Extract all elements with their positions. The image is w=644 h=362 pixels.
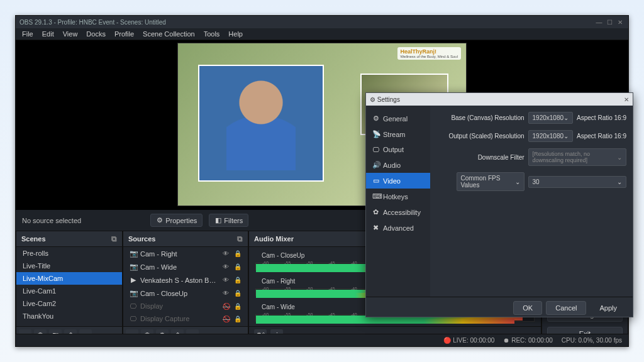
popout-icon[interactable]: ⧉	[111, 234, 117, 243]
source-name: Venkatesh S - Aston Ban…	[140, 277, 219, 284]
status-live: 🔴 LIVE: 00:00:00	[443, 337, 494, 344]
lock-icon[interactable]: 🔒	[234, 290, 242, 297]
visibility-icon[interactable]: 👁	[223, 250, 230, 257]
source-name: Cam - CloseUp	[140, 290, 219, 297]
filter-label: Downscale Filter	[436, 154, 525, 161]
menu-view[interactable]: View	[63, 30, 78, 38]
settings-tab-stream[interactable]: 📡Stream	[366, 126, 430, 142]
settings-tab-accessibility[interactable]: ✿Accessibility	[366, 204, 430, 220]
settings-tab-advanced[interactable]: ✖Advanced	[366, 220, 430, 236]
scenes-list: Pre-rollsLive-TitleLive-MixCamLive-Cam1L…	[16, 247, 122, 326]
out-res-label: Output (Scaled) Resolution	[436, 133, 525, 140]
settings-video-pane: Base (Canvas) Resolution 1920x1080⌄ Aspe…	[430, 106, 633, 297]
source-item[interactable]: 📷Cam - Right👁🔒	[123, 247, 248, 260]
hotkeys-icon: ⌨	[372, 192, 379, 200]
minimize-icon[interactable]: —	[594, 19, 603, 26]
menu-help[interactable]: Help	[228, 30, 243, 38]
scene-item[interactable]: Live-MixCam	[16, 272, 122, 285]
source-item[interactable]: 📷Cam - Wide👁🔒	[123, 260, 248, 273]
filters-icon: ◧	[214, 216, 221, 224]
scene-item[interactable]: ThankYou	[16, 310, 122, 322]
camera-feed-main	[198, 65, 324, 182]
obs-main-window: OBS 29.1.3 - Profile: HNBC Event - Scene…	[15, 15, 629, 347]
status-cpu: CPU: 0.0%, 30.00 fps	[562, 337, 622, 344]
status-rec: ⏺ REC: 00:00:00	[503, 337, 552, 344]
visibility-icon[interactable]: 👁	[223, 263, 230, 270]
scene-item[interactable]: Live-Cam1	[16, 285, 122, 297]
menu-file[interactable]: File	[22, 30, 33, 38]
chevron-down-icon: ⌄	[564, 133, 569, 140]
settings-dialog: ⚙ Settings ✕ ⚙General📡Stream🖵Output🔊Audi…	[365, 92, 633, 317]
close-icon[interactable]: ✕	[624, 96, 629, 103]
chevron-down-icon: ⌄	[564, 114, 569, 121]
out-res-select[interactable]: 1920x1080⌄	[528, 130, 574, 142]
source-item[interactable]: ▶Venkatesh S - Aston Ban…👁🔒	[123, 273, 248, 287]
source-name: Cam - Wide	[140, 263, 219, 271]
mixer-title: Audio Mixer	[254, 235, 294, 243]
menu-docks[interactable]: Docks	[86, 30, 106, 38]
source-item[interactable]: 🖵Display Capture🚫🔒	[123, 312, 248, 325]
scene-item[interactable]: Live-Cam2	[16, 297, 122, 310]
apply-button[interactable]: Apply	[590, 301, 626, 315]
person-silhouette	[226, 76, 296, 170]
fps-value-select[interactable]: 30⌄	[528, 176, 626, 188]
chevron-down-icon: ⌄	[617, 154, 622, 161]
settings-tab-audio[interactable]: 🔊Audio	[366, 157, 430, 173]
lock-icon[interactable]: 🔒	[234, 277, 242, 283]
settings-tab-hotkeys[interactable]: ⌨Hotkeys	[366, 189, 430, 204]
sources-title: Sources	[128, 235, 155, 243]
settings-tab-general[interactable]: ⚙General	[366, 111, 430, 126]
source-item[interactable]: 🖵Display🚫🔒	[123, 300, 248, 312]
settings-tab-video[interactable]: ▭Video	[366, 173, 430, 189]
window-buttons: — ☐ ✕	[594, 19, 625, 26]
source-item[interactable]: 📷Cam - CloseUp👁🔒	[123, 287, 248, 300]
fps-type-select[interactable]: Common FPS Values⌄	[457, 172, 525, 191]
lock-icon[interactable]: 🔒	[234, 250, 242, 257]
menu-scene-collection[interactable]: Scene Collection	[143, 30, 195, 38]
lock-icon[interactable]: 🔒	[234, 263, 242, 270]
visibility-icon[interactable]: 👁	[223, 290, 230, 297]
visibility-icon[interactable]: 👁	[223, 277, 230, 283]
scenes-panel: Scenes⧉ Pre-rollsLive-TitleLive-MixCamLi…	[16, 231, 123, 344]
general-icon: ⚙	[372, 114, 379, 123]
base-res-label: Base (Canvas) Resolution	[436, 114, 525, 121]
close-icon[interactable]: ✕	[616, 19, 625, 26]
audio-icon: 🔊	[372, 161, 379, 169]
out-aspect: Aspect Ratio 16:9	[577, 133, 626, 140]
filters-button[interactable]: ◧Filters	[209, 214, 248, 227]
source-type-icon: 🖵	[130, 302, 136, 310]
settings-title: Settings	[377, 96, 400, 103]
titlebar: OBS 29.1.3 - Profile: HNBC Event - Scene…	[16, 16, 628, 28]
ok-button[interactable]: OK	[513, 301, 542, 315]
settings-sidebar: ⚙General📡Stream🖵Output🔊Audio▭Video⌨Hotke…	[366, 106, 430, 297]
source-name: Display Capture	[140, 315, 219, 322]
scenes-title: Scenes	[21, 235, 46, 243]
popout-icon[interactable]: ⧉	[237, 234, 243, 243]
chevron-down-icon: ⌄	[617, 178, 622, 185]
advanced-icon: ✖	[372, 224, 379, 232]
visibility-icon[interactable]: 🚫	[223, 315, 230, 322]
cancel-button[interactable]: Cancel	[546, 301, 586, 315]
source-type-icon: 📷	[130, 263, 136, 271]
base-res-select[interactable]: 1920x1080⌄	[528, 112, 574, 124]
status-bar: 🔴 LIVE: 00:00:00 ⏺ REC: 00:00:00 CPU: 0.…	[16, 334, 628, 346]
menu-profile[interactable]: Profile	[114, 30, 134, 38]
settings-tab-output[interactable]: 🖵Output	[366, 142, 430, 157]
output-icon: 🖵	[372, 146, 379, 153]
window-title: OBS 29.1.3 - Profile: HNBC Event - Scene…	[19, 19, 166, 26]
source-name: Display	[140, 302, 219, 310]
sources-list: 📷Cam - Right👁🔒📷Cam - Wide👁🔒▶Venkatesh S …	[123, 247, 248, 326]
menu-tools[interactable]: Tools	[204, 30, 220, 38]
brand-sub: Wellness of the Body, Mind & Soul	[401, 55, 458, 58]
visibility-icon[interactable]: 🚫	[223, 303, 230, 310]
source-type-icon: 📷	[130, 289, 136, 297]
source-name: Cam - Right	[140, 250, 219, 258]
menu-edit[interactable]: Edit	[42, 30, 54, 38]
scene-item[interactable]: Pre-rolls	[16, 247, 122, 260]
properties-button[interactable]: ⚙Properties	[150, 214, 203, 227]
lock-icon[interactable]: 🔒	[234, 303, 242, 310]
scene-item[interactable]: Live-Title	[16, 260, 122, 272]
no-source-label: No source selected	[22, 217, 81, 224]
maximize-icon[interactable]: ☐	[605, 19, 614, 26]
lock-icon[interactable]: 🔒	[234, 315, 242, 322]
